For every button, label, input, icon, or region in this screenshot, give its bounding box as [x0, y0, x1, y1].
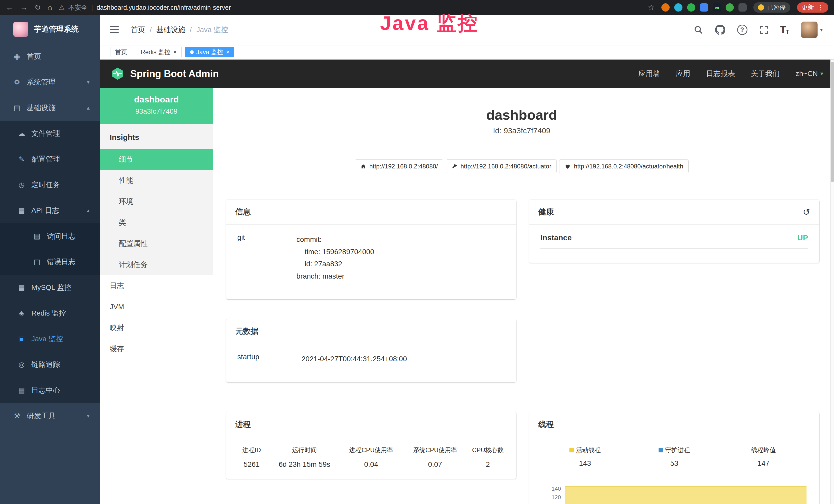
extensions-puzzle-icon[interactable] [739, 3, 747, 12]
sba-menu-details[interactable]: 细节 [100, 149, 213, 170]
extension-icon-4[interactable] [700, 3, 708, 12]
live-threads-area-series [565, 486, 807, 504]
app-logo[interactable]: 芋道管理系统 [0, 15, 100, 44]
tab-java-monitor[interactable]: Java 监控 × [185, 47, 234, 57]
tab-home[interactable]: 首页 [110, 47, 132, 57]
history-icon[interactable]: ↺ [803, 207, 810, 217]
threads-card: 线程 活动线程 143 守护进程 53 线程峰值 147 140 [529, 412, 819, 504]
extension-icon-6[interactable] [726, 3, 734, 12]
sba-brand[interactable]: Spring Boot Admin [130, 68, 219, 79]
sidebar-item-scheduled-tasks[interactable]: ◷ 定时任务 [0, 172, 100, 198]
status-badge: UP [797, 233, 808, 242]
search-icon[interactable] [694, 25, 703, 35]
endpoint-root-link[interactable]: http://192.168.0.2:48080/ [355, 159, 443, 173]
trace-icon: ◎ [17, 361, 26, 369]
sba-menu-jvm[interactable]: JVM [100, 296, 213, 317]
tab-label: Java 监控 [196, 48, 223, 56]
sidebar-item-error-logs[interactable]: ▤ 错误日志 [0, 249, 100, 275]
sidebar-item-redis-monitor[interactable]: ◈ Redis 监控 [0, 300, 100, 326]
extension-icon-5[interactable]: on [713, 3, 721, 12]
back-icon[interactable]: ← [6, 4, 13, 11]
legend-live-threads: 活动线程 143 [541, 446, 630, 467]
chevron-up-icon: ▴ [87, 105, 90, 111]
sba-menu-classes[interactable]: 类 [100, 212, 213, 233]
fullscreen-icon[interactable] [759, 25, 768, 35]
sidebar-item-label: 文件管理 [31, 129, 60, 138]
warning-icon: ⚠ [59, 4, 64, 11]
sba-menu-mappings[interactable]: 映射 [100, 317, 213, 338]
gear-icon: ⚙ [12, 78, 22, 86]
user-avatar[interactable]: ▾ [801, 22, 823, 38]
sidebar-item-file-management[interactable]: ☁ 文件管理 [0, 121, 100, 146]
log-icon: ▤ [17, 386, 26, 394]
bookmark-star-icon[interactable]: ☆ [648, 4, 655, 11]
tab-redis-monitor[interactable]: Redis 监控 × [136, 47, 182, 57]
extension-icon-2[interactable] [674, 3, 682, 12]
scrollbar-thumb[interactable] [831, 62, 834, 182]
breadcrumb: 首页 / 基础设施 / Java 监控 [131, 25, 228, 35]
github-icon[interactable] [715, 25, 725, 35]
sidebar-item-label: API 日志 [31, 206, 59, 215]
sidebar-item-access-logs[interactable]: ▤ 访问日志 [0, 223, 100, 249]
chevron-down-icon: ▾ [820, 70, 823, 77]
breadcrumb-home[interactable]: 首页 [131, 25, 145, 35]
url-text[interactable]: dashboard.yudao.iocoder.cn/infra/admin-s… [96, 4, 231, 11]
reload-icon[interactable]: ↻ [35, 4, 41, 11]
hamburger-icon[interactable] [110, 26, 119, 33]
scrollbar-track[interactable] [830, 60, 834, 504]
nav-application-wall[interactable]: 应用墙 [639, 69, 660, 78]
forward-icon[interactable]: → [20, 4, 28, 11]
sba-menu-logs[interactable]: 日志 [100, 275, 213, 296]
paused-pill[interactable]: 已暂停 [753, 2, 790, 13]
nav-about[interactable]: 关于我们 [751, 69, 780, 78]
sba-menu-caches[interactable]: 缓存 [100, 338, 213, 360]
log-icon: ▤ [17, 206, 26, 215]
sba-menu-performance[interactable]: 性能 [100, 170, 213, 191]
help-icon[interactable]: ? [737, 25, 747, 35]
sidebar-item-log-center[interactable]: ▤ 日志中心 [0, 377, 100, 403]
sidebar-item-api-logs[interactable]: ▤ API 日志 ▴ [0, 198, 100, 223]
chrome-menu-icon[interactable]: ⋮ [817, 4, 824, 12]
cloud-icon: ☁ [17, 130, 26, 138]
nav-applications[interactable]: 应用 [676, 69, 690, 78]
nav-journal[interactable]: 日志报表 [706, 69, 735, 78]
metadata-key: startup [237, 353, 302, 365]
endpoint-health-link[interactable]: http://192.168.0.2:48080/actuator/health [559, 159, 688, 173]
language-selector[interactable]: zh~CN ▾ [796, 70, 823, 78]
tab-label: Redis 监控 [141, 48, 171, 56]
breadcrumb-infrastructure[interactable]: 基础设施 [156, 25, 185, 35]
sidebar-item-mysql-monitor[interactable]: ▦ MySQL 监控 [0, 275, 100, 300]
endpoint-url: http://192.168.0.2:48080/actuator [461, 163, 551, 170]
legend-daemon-threads: 守护进程 53 [630, 446, 719, 467]
sidebar-item-config-management[interactable]: ✎ 配置管理 [0, 146, 100, 172]
sidebar-item-tracing[interactable]: ◎ 链路追踪 [0, 352, 100, 377]
endpoint-actuator-link[interactable]: http://192.168.0.2:48080/actuator [446, 159, 557, 173]
app-title: 芋道管理系统 [34, 24, 79, 35]
sidebar-item-dev-tools[interactable]: ⚒ 研发工具 ▾ [0, 403, 100, 429]
process-cpu-value: 0.04 [338, 460, 404, 468]
extension-icon-3[interactable] [687, 3, 695, 12]
sba-menu-scheduled-tasks[interactable]: 计划任务 [100, 254, 213, 275]
sba-menu-config-props[interactable]: 配置属性 [100, 233, 213, 254]
close-icon[interactable]: × [173, 49, 177, 55]
home-icon [360, 163, 366, 169]
address-bar[interactable]: ⚠ 不安全 | dashboard.yudao.iocoder.cn/infra… [59, 3, 231, 12]
tools-icon: ⚒ [12, 412, 22, 420]
home-icon[interactable]: ⌂ [47, 4, 52, 11]
extension-icon-1[interactable] [661, 3, 670, 12]
instance-header[interactable]: dashboard 93a3fc7f7409 [100, 88, 213, 124]
clock-icon: ◷ [17, 181, 26, 189]
admin-sidebar: 芋道管理系统 ◉ 首页 ⚙ 系统管理 ▾ ▤ 基础设施 ▴ ☁ 文件管理 ✎ 配… [0, 15, 100, 504]
sidebar-item-label: 首页 [27, 52, 41, 61]
sidebar-item-java-monitor[interactable]: ▣ Java 监控 [0, 326, 100, 352]
close-icon[interactable]: × [226, 49, 229, 55]
update-button[interactable]: 更新 ⋮ [797, 2, 828, 13]
infrastructure-icon: ▤ [12, 104, 22, 112]
insights-group: Insights 细节 性能 环境 类 配置属性 计划任务 [100, 124, 213, 275]
sidebar-item-home[interactable]: ◉ 首页 [0, 44, 100, 69]
sba-menu-environment[interactable]: 环境 [100, 191, 213, 212]
sidebar-item-infrastructure[interactable]: ▤ 基础设施 ▴ [0, 95, 100, 121]
font-size-icon[interactable]: TT [780, 24, 789, 35]
sidebar-item-system-management[interactable]: ⚙ 系统管理 ▾ [0, 69, 100, 95]
heartbeat-icon [565, 163, 571, 169]
